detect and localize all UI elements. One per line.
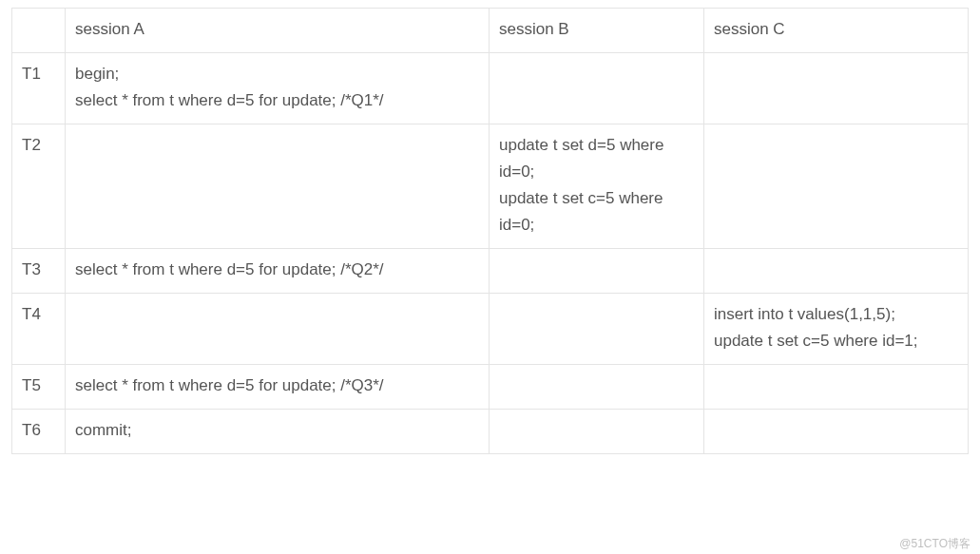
table-row: T2 update t set d=5 where id=0; update t… — [12, 124, 969, 249]
session-a-cell: select * from t where d=5 for update; /*… — [66, 365, 490, 410]
session-b-cell: update t set d=5 where id=0; update t se… — [490, 124, 704, 249]
table-row: T4 insert into t values(1,1,5); update t… — [12, 294, 969, 365]
session-c-cell — [704, 249, 969, 294]
session-a-cell: begin; select * from t where d=5 for upd… — [66, 53, 490, 124]
col-time — [12, 9, 66, 53]
time-cell: T5 — [12, 365, 66, 410]
watermark: @51CTO博客 — [899, 536, 970, 552]
table-row: T6 commit; — [12, 410, 969, 454]
session-b-cell — [490, 294, 704, 365]
session-b-cell — [490, 365, 704, 410]
col-session-a: session A — [66, 9, 490, 53]
session-b-cell — [490, 53, 704, 124]
sessions-table: session A session B session C T1 begin; … — [11, 8, 969, 454]
table-row: T3 select * from t where d=5 for update;… — [12, 249, 969, 294]
time-cell: T2 — [12, 124, 66, 249]
table-row: T1 begin; select * from t where d=5 for … — [12, 53, 969, 124]
sql-line: begin; — [75, 61, 479, 87]
session-b-cell — [490, 249, 704, 294]
table-header-row: session A session B session C — [12, 9, 969, 53]
sql-line: update t set c=5 where id=0; — [499, 185, 694, 239]
session-a-cell — [66, 124, 490, 249]
session-a-cell: commit; — [66, 410, 490, 454]
time-cell: T4 — [12, 294, 66, 365]
session-a-cell — [66, 294, 490, 365]
sql-line: update t set c=5 where id=1; — [714, 328, 958, 354]
col-session-b: session B — [490, 9, 704, 53]
sql-line: insert into t values(1,1,5); — [714, 301, 958, 328]
session-c-cell — [704, 124, 969, 249]
col-session-c: session C — [704, 9, 969, 53]
session-c-cell: insert into t values(1,1,5); update t se… — [704, 294, 969, 365]
session-c-cell — [704, 53, 969, 124]
table-row: T5 select * from t where d=5 for update;… — [12, 365, 969, 410]
sql-line: select * from t where d=5 for update; /*… — [75, 87, 479, 114]
session-b-cell — [490, 410, 704, 454]
time-cell: T6 — [12, 410, 66, 454]
session-c-cell — [704, 410, 969, 454]
time-cell: T1 — [12, 53, 66, 124]
sql-line: update t set d=5 where id=0; — [499, 132, 694, 185]
session-a-cell: select * from t where d=5 for update; /*… — [66, 249, 490, 294]
session-c-cell — [704, 365, 969, 410]
time-cell: T3 — [12, 249, 66, 294]
